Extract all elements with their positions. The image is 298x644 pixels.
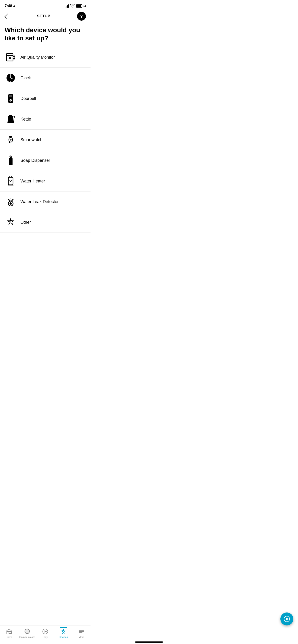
svg-marker-0 [13, 5, 15, 8]
soap-dispenser-icon [5, 154, 17, 166]
list-item[interactable]: Air Quality Monitor [0, 47, 91, 68]
kettle-icon [5, 113, 17, 125]
list-item[interactable]: Water Heater [0, 171, 91, 192]
nav-header: SETUP ? [0, 10, 91, 22]
device-list: Air Quality Monitor Clock [0, 47, 91, 233]
wifi-icon [70, 4, 75, 8]
main-content: Which device would you like to set up? A… [0, 22, 91, 256]
list-item[interactable]: Kettle [0, 109, 91, 130]
air-quality-monitor-label: Air Quality Monitor [21, 55, 55, 60]
other-icon [5, 216, 17, 228]
svg-rect-22 [11, 176, 12, 178]
page-title-header: SETUP [37, 14, 50, 18]
clock-label: Clock [21, 76, 31, 80]
list-item[interactable]: Other [0, 212, 91, 233]
list-item[interactable]: Clock [0, 68, 91, 88]
kettle-label: Kettle [21, 117, 31, 122]
svg-rect-19 [10, 157, 12, 158]
other-label: Other [21, 220, 31, 225]
page-title-section: Which device would you like to set up? [0, 22, 91, 47]
list-item[interactable]: Smartwatch [0, 130, 91, 150]
help-button[interactable]: ? [77, 12, 86, 21]
svg-point-14 [10, 100, 11, 101]
doorbell-label: Doorbell [21, 96, 36, 101]
svg-rect-17 [9, 138, 13, 142]
status-icons: 84 [65, 4, 86, 8]
soap-dispenser-label: Soap Dispenser [21, 158, 50, 163]
doorbell-icon [5, 92, 17, 104]
svg-point-18 [11, 141, 11, 141]
svg-rect-24 [8, 185, 14, 186]
page-heading: Which device would you like to set up? [5, 26, 86, 42]
status-bar: 7:48 84 [0, 0, 91, 10]
water-leak-detector-label: Water Leak Detector [21, 199, 59, 204]
list-item[interactable]: Soap Dispenser [0, 150, 91, 171]
svg-point-27 [10, 202, 12, 205]
water-heater-icon [5, 175, 17, 187]
svg-rect-21 [9, 176, 10, 178]
clock-icon [5, 72, 17, 84]
smartwatch-label: Smartwatch [21, 138, 43, 142]
list-item[interactable]: Water Leak Detector [0, 192, 91, 212]
water-heater-label: Water Heater [21, 179, 45, 184]
svg-rect-15 [9, 95, 12, 97]
list-item[interactable]: Doorbell [0, 88, 91, 109]
status-time: 7:48 [5, 4, 15, 8]
smartwatch-icon [5, 134, 17, 146]
signal-icon [65, 4, 69, 8]
battery-icon: 84 [76, 4, 86, 8]
air-quality-monitor-icon [5, 51, 17, 63]
water-leak-detector-icon [5, 196, 17, 208]
back-button[interactable] [5, 13, 10, 20]
svg-rect-16 [9, 115, 12, 116]
svg-rect-1 [7, 54, 13, 61]
